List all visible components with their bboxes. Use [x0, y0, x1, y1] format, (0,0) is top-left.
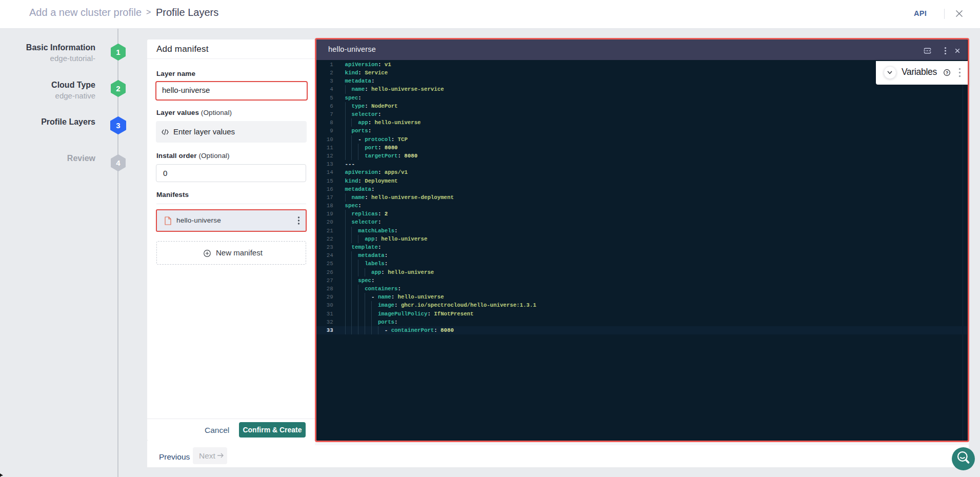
svg-text:1: 1: [116, 48, 120, 56]
svg-text:3: 3: [116, 121, 120, 130]
svg-text:2: 2: [116, 84, 120, 93]
svg-text:?: ?: [946, 70, 948, 75]
svg-text:4: 4: [116, 158, 121, 167]
